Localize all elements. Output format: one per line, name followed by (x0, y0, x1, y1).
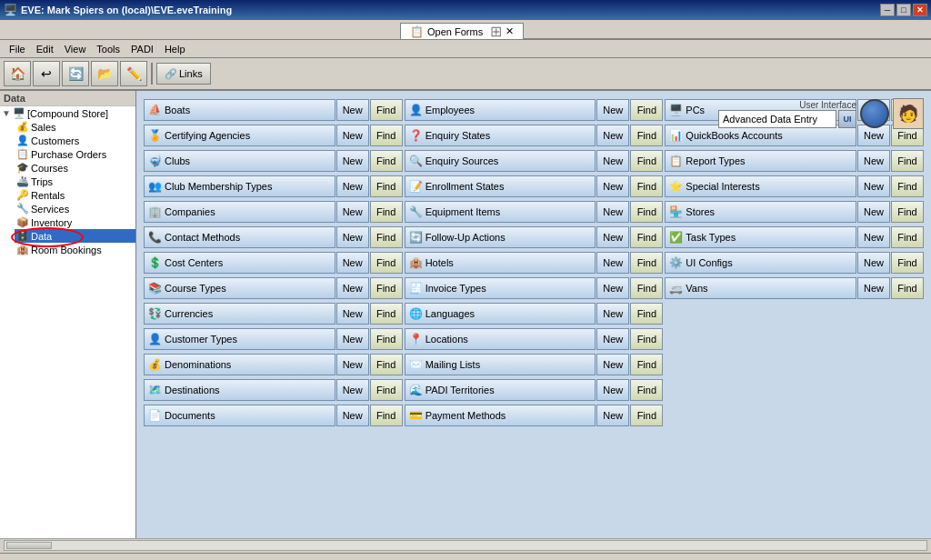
data-item-button[interactable]: 💰Denominations (144, 354, 335, 375)
new-button[interactable]: New (336, 277, 369, 299)
sidebar-item-courses[interactable]: 🎓 Courses (15, 161, 135, 175)
find-button[interactable]: Find (630, 252, 663, 274)
find-button[interactable]: Find (630, 277, 663, 299)
find-button[interactable]: Find (891, 252, 924, 274)
data-item-button[interactable]: ⭐Special Interests (665, 175, 856, 197)
sidebar-item-trips[interactable]: 🚢 Trips (15, 175, 135, 188)
menu-view[interactable]: View (59, 42, 92, 56)
new-button[interactable]: New (596, 226, 629, 248)
sidebar-item-data[interactable]: 🗄️ Data (15, 229, 135, 243)
new-button[interactable]: New (596, 379, 629, 401)
data-item-button[interactable]: 🚐Vans (665, 277, 856, 299)
data-item-button[interactable]: 🏅Certifying Agencies (144, 125, 335, 146)
close-button[interactable]: ✕ (913, 4, 927, 16)
new-button[interactable]: New (596, 354, 629, 375)
new-button[interactable]: New (596, 125, 629, 146)
toolbar-btn-1[interactable]: 🏠 (4, 61, 31, 86)
horizontal-scroll-bar[interactable] (0, 538, 931, 553)
data-item-button[interactable]: 👤Employees (405, 99, 596, 121)
new-button[interactable]: New (596, 252, 629, 274)
find-button[interactable]: Find (630, 201, 663, 223)
find-button[interactable]: Find (370, 405, 403, 426)
new-button[interactable]: New (336, 201, 369, 223)
new-button[interactable]: New (596, 99, 629, 121)
scroll-thumb[interactable] (6, 542, 52, 549)
data-item-button[interactable]: 📞Contact Methods (144, 226, 335, 248)
toolbar-btn-3[interactable]: 🔄 (62, 61, 89, 86)
new-button[interactable]: New (596, 405, 629, 426)
sidebar-item-purchase-orders[interactable]: 📋 Purchase Orders (15, 147, 135, 161)
data-item-button[interactable]: 🏨Hotels (405, 252, 596, 274)
toolbar-btn-2[interactable]: ↩ (33, 61, 60, 86)
data-item-button[interactable]: 🤿Clubs (144, 150, 335, 172)
new-button[interactable]: New (336, 150, 369, 172)
find-button[interactable]: Find (370, 252, 403, 274)
data-item-button[interactable]: 💱Currencies (144, 303, 335, 325)
data-item-button[interactable]: 📝Enrollment States (405, 175, 596, 197)
find-button[interactable]: Find (891, 201, 924, 223)
data-item-button[interactable]: 📋Report Types (665, 150, 856, 172)
menu-help[interactable]: Help (159, 42, 191, 56)
new-button[interactable]: New (336, 125, 369, 146)
tab-close-icon[interactable]: ✕ (506, 25, 514, 37)
data-item-button[interactable]: 🌊PADI Territories (405, 379, 596, 401)
new-button[interactable]: New (857, 226, 890, 248)
toolbar-btn-4[interactable]: 📂 (91, 61, 118, 86)
find-button[interactable]: Find (891, 226, 924, 248)
sidebar-item-room-bookings[interactable]: 🏨 Room Bookings (15, 243, 135, 256)
find-button[interactable]: Find (630, 354, 663, 375)
new-button[interactable]: New (336, 379, 369, 401)
ui-combo[interactable]: Advanced Data Entry (718, 110, 836, 128)
data-item-button[interactable]: ✉️Mailing Lists (405, 354, 596, 375)
new-button[interactable]: New (336, 354, 369, 375)
sidebar-item-customers[interactable]: 👤 Customers (15, 134, 135, 147)
find-button[interactable]: Find (370, 226, 403, 248)
sidebar-item-root[interactable]: ▼ 🖥️ [Compound Store] (0, 106, 135, 120)
find-button[interactable]: Find (630, 226, 663, 248)
find-button[interactable]: Find (891, 150, 924, 172)
data-item-button[interactable]: 🔄Follow-Up Actions (405, 226, 596, 248)
new-button[interactable]: New (857, 252, 890, 274)
toolbar-btn-5[interactable]: ✏️ (120, 61, 147, 86)
find-button[interactable]: Find (370, 99, 403, 121)
find-button[interactable]: Find (630, 99, 663, 121)
find-button[interactable]: Find (370, 201, 403, 223)
find-button[interactable]: Find (630, 175, 663, 197)
new-button[interactable]: New (336, 328, 369, 350)
find-button[interactable]: Find (630, 405, 663, 426)
data-item-button[interactable]: ✅Task Types (665, 226, 856, 248)
new-button[interactable]: New (596, 201, 629, 223)
find-button[interactable]: Find (370, 354, 403, 375)
data-item-button[interactable]: 🌐Languages (405, 303, 596, 325)
data-item-button[interactable]: 🗺️Destinations (144, 379, 335, 401)
new-button[interactable]: New (336, 252, 369, 274)
find-button[interactable]: Find (630, 328, 663, 350)
new-button[interactable]: New (336, 405, 369, 426)
ui-button[interactable]: UI (838, 110, 856, 128)
data-item-button[interactable]: 🏪Stores (665, 201, 856, 223)
sidebar-item-rentals[interactable]: 🔑 Rentals (15, 188, 135, 202)
new-button[interactable]: New (857, 175, 890, 197)
sidebar-item-inventory[interactable]: 📦 Inventory (15, 215, 135, 229)
new-button[interactable]: New (336, 175, 369, 197)
links-button[interactable]: 🔗 Links (156, 63, 211, 85)
find-button[interactable]: Find (370, 175, 403, 197)
find-button[interactable]: Find (370, 150, 403, 172)
sidebar-item-services[interactable]: 🔧 Services (15, 202, 135, 215)
new-button[interactable]: New (596, 175, 629, 197)
find-button[interactable]: Find (891, 175, 924, 197)
new-button[interactable]: New (596, 150, 629, 172)
data-item-button[interactable]: 👤Customer Types (144, 328, 335, 350)
data-item-button[interactable]: 📚Course Types (144, 277, 335, 299)
new-button[interactable]: New (336, 303, 369, 325)
data-item-button[interactable]: 👥Club Membership Types (144, 175, 335, 197)
data-item-button[interactable]: 💲Cost Centers (144, 252, 335, 274)
find-button[interactable]: Find (630, 379, 663, 401)
find-button[interactable]: Find (370, 328, 403, 350)
find-button[interactable]: Find (370, 379, 403, 401)
data-item-button[interactable]: 🧾Invoice Types (405, 277, 596, 299)
new-button[interactable]: New (336, 99, 369, 121)
open-forms-tab[interactable]: 📋 Open Forms ⊞ ✕ (400, 23, 524, 39)
find-button[interactable]: Find (370, 277, 403, 299)
new-button[interactable]: New (336, 226, 369, 248)
